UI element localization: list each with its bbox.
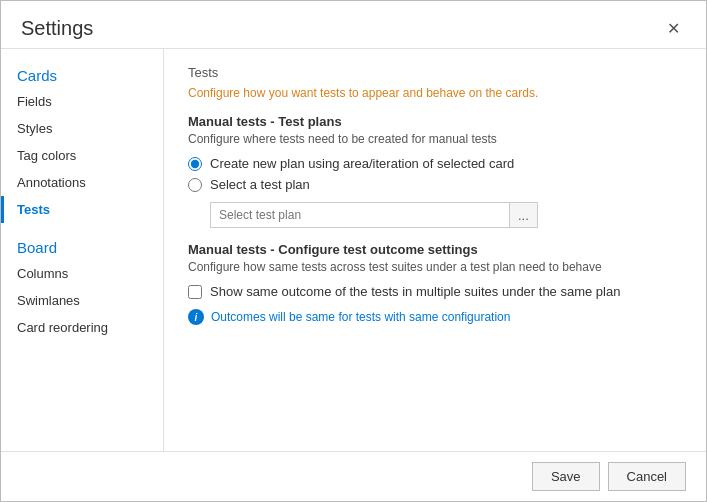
subsection2-title: Manual tests - Configure test outcome se…	[188, 242, 682, 257]
sidebar-item-swimlanes[interactable]: Swimlanes	[1, 287, 163, 314]
sidebar-item-card-reordering[interactable]: Card reordering	[1, 314, 163, 341]
cancel-button[interactable]: Cancel	[608, 462, 686, 491]
subsection1-description: Configure where tests need to be created…	[188, 132, 682, 146]
sidebar-item-columns[interactable]: Columns	[1, 260, 163, 287]
dialog-header: Settings ✕	[1, 1, 706, 48]
select-plan-browse-button[interactable]: ...	[510, 202, 538, 228]
radio-select-plan-label: Select a test plan	[210, 177, 310, 192]
main-content: Tests Configure how you want tests to ap…	[164, 49, 706, 451]
checkbox-same-outcome[interactable]: Show same outcome of the tests in multip…	[188, 284, 682, 299]
sidebar-item-tag-colors[interactable]: Tag colors	[1, 142, 163, 169]
sidebar-section-board: Board	[1, 233, 163, 260]
dialog-title: Settings	[21, 17, 93, 40]
save-button[interactable]: Save	[532, 462, 600, 491]
subsection1-title: Manual tests - Test plans	[188, 114, 682, 129]
info-row: i Outcomes will be same for tests with s…	[188, 309, 682, 325]
radio-select-plan[interactable]	[188, 178, 202, 192]
dialog-body: Cards Fields Styles Tag colors Annotatio…	[1, 48, 706, 451]
sidebar-item-tests[interactable]: Tests	[1, 196, 163, 223]
sidebar-section-cards: Cards	[1, 61, 163, 88]
sidebar-item-styles[interactable]: Styles	[1, 115, 163, 142]
radio-option-select-plan[interactable]: Select a test plan	[188, 177, 682, 192]
radio-new-plan[interactable]	[188, 157, 202, 171]
radio-option-new-plan[interactable]: Create new plan using area/iteration of …	[188, 156, 682, 171]
settings-dialog: Settings ✕ Cards Fields Styles Tag color…	[0, 0, 707, 502]
section-description: Configure how you want tests to appear a…	[188, 86, 682, 100]
select-plan-input[interactable]	[210, 202, 510, 228]
checkbox-same-outcome-label: Show same outcome of the tests in multip…	[210, 284, 620, 299]
radio-group-test-plan: Create new plan using area/iteration of …	[188, 156, 682, 192]
info-text: Outcomes will be same for tests with sam…	[211, 310, 510, 324]
sidebar-item-annotations[interactable]: Annotations	[1, 169, 163, 196]
info-icon: i	[188, 309, 204, 325]
subsection2-description: Configure how same tests across test sui…	[188, 260, 682, 274]
close-button[interactable]: ✕	[661, 19, 686, 39]
sidebar: Cards Fields Styles Tag colors Annotatio…	[1, 49, 164, 451]
radio-new-plan-label: Create new plan using area/iteration of …	[210, 156, 514, 171]
select-plan-row: ...	[210, 202, 682, 228]
checkbox-same-outcome-input[interactable]	[188, 285, 202, 299]
dialog-footer: Save Cancel	[1, 451, 706, 501]
sidebar-item-fields[interactable]: Fields	[1, 88, 163, 115]
section-title: Tests	[188, 65, 682, 80]
